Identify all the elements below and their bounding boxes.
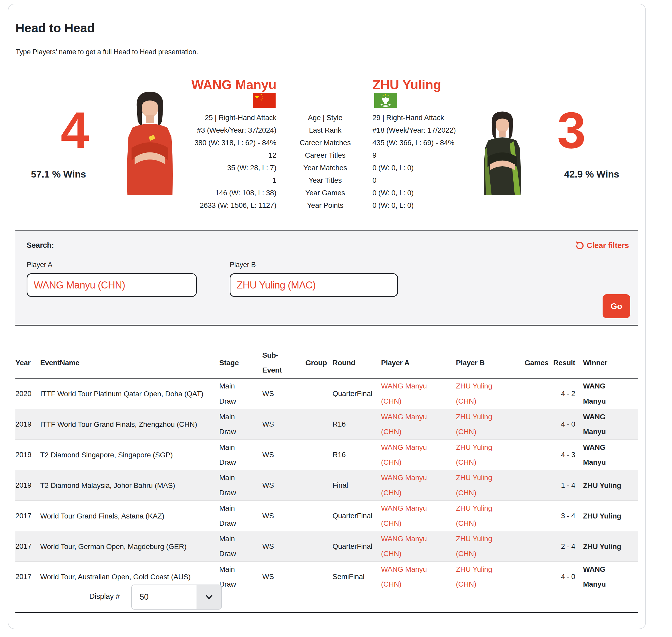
cell-eventname: ITTF World Tour Grand Finals, Zhengzhou … [40,417,197,432]
cell-year: 2019 [15,417,40,432]
player-a-link[interactable]: WANG Manyu (CHN) [381,440,431,470]
player-b-link[interactable]: ZHU Yuling (CHN) [456,470,505,500]
cell-result: 1 - 4 [553,478,583,493]
page-title: Head to Head [15,21,95,35]
cell-stage: Main Draw [219,440,242,470]
player-a-link[interactable]: WANG Manyu (CHN) [381,470,431,500]
cell-eventname: World Tour, Australian Open, Gold Coast … [40,569,190,584]
cell-result: 4 - 0 [553,417,583,432]
cell-round: QuarterFinal [333,508,381,523]
cell-round: QuarterFinal [333,539,381,554]
player-b-link[interactable]: ZHU Yuling (CHN) [456,410,505,439]
cell-sub-event: WS [262,478,305,493]
search-label: Search: [26,241,54,250]
cell-sub-event: WS [262,386,305,401]
table-header-row: Year EventName Stage Sub-Event Group Rou… [15,348,638,379]
player-b-link[interactable]: ZHU Yuling (CHN) [456,440,505,470]
player-b-link[interactable]: ZHU Yuling (CHN) [456,562,505,592]
player-b-link[interactable]: ZHU Yuling (CHN) [456,379,505,408]
results-table: Year EventName Stage Sub-Event Group Rou… [15,348,638,592]
col-header-player-a: Player A [381,355,456,370]
cell-round: R16 [333,417,381,432]
player-a-h2h-wins: 4 [41,105,109,156]
cell-stage: Main Draw [219,531,242,561]
player-a-win-pct: 57.1 % Wins [15,169,101,180]
display-count-value: 50 [132,593,197,602]
player-b-h2h-wins: 3 [545,105,598,156]
cell-year: 2017 [15,539,40,554]
table-row: 2020 ITTF World Tour Platinum Qatar Open… [15,379,638,409]
cell-year: 2019 [15,478,40,493]
cell-stage: Main Draw [219,379,242,408]
cell-result: 4 - 3 [553,447,583,462]
cell-sub-event: WS [262,417,305,432]
cell-eventname: ITTF World Tour Platinum Qatar Open, Doh… [40,386,203,401]
chevron-down-icon [197,585,221,609]
player-b-photo [478,95,527,195]
player-b-win-pct: 42.9 % Wins [548,169,635,180]
cell-year: 2019 [15,447,40,462]
col-header-winner: Winner [583,355,638,370]
cell-eventname: T2 Diamond Singapore, Singapore (SGP) [40,448,173,462]
table-row: 2019 T2 Diamond Malaysia, Johor Bahru (M… [15,470,638,500]
cell-result: 3 - 4 [553,508,583,523]
cell-eventname: T2 Diamond Malaysia, Johor Bahru (MAS) [40,478,175,493]
page-subtitle: Type Players’ name to get a full Head to… [16,48,198,56]
cell-stage: Main Draw [219,410,242,439]
player-a-search-input[interactable] [26,273,197,297]
player-a-input-label: Player A [26,261,53,269]
player-a-name: WANG Manyu [157,78,276,91]
player-a-link[interactable]: WANG Manyu (CHN) [381,379,431,408]
clear-filters-link[interactable]: Clear filters [575,241,629,250]
cell-stage: Main Draw [219,470,242,500]
cell-year: 2017 [15,508,40,523]
player-a-link[interactable]: WANG Manyu (CHN) [381,531,431,561]
player-b-name: ZHU Yuling [372,78,492,91]
player-a-link[interactable]: WANG Manyu (CHN) [381,501,431,531]
col-header-player-b: Player B [456,355,525,370]
cell-result: 2 - 4 [553,539,583,554]
player-a-link[interactable]: WANG Manyu (CHN) [381,562,431,592]
cell-result: 4 - 2 [553,386,583,401]
cell-winner: ZHU Yuling [583,478,621,493]
cell-winner: ZHU Yuling [583,509,621,524]
cell-winner: WANG Manyu [583,379,627,408]
cell-eventname: World Tour, German Open, Magdeburg (GER) [40,539,187,554]
player-a-link[interactable]: WANG Manyu (CHN) [381,410,431,439]
cell-round: SemiFinal [333,569,381,584]
cell-winner: ZHU Yuling [583,539,621,554]
macau-flag-icon [374,93,397,108]
player-b-link[interactable]: ZHU Yuling (CHN) [456,501,505,531]
cell-stage: Main Draw [219,501,242,531]
display-count-label: Display # [89,592,120,601]
col-header-games: Games [525,355,553,370]
player-b-search-input[interactable] [230,273,398,297]
cell-result: 4 - 0 [553,569,583,584]
col-header-group: Group [305,355,333,370]
col-header-year: Year [15,355,40,370]
cell-round: Final [333,478,381,493]
player-a-stats: 25 | Right-Hand Attack #3 (Week/Year: 37… [157,111,276,212]
player-b-stats: 29 | Right-Hand Attack #18 (Week/Year: 1… [372,111,492,212]
player-b-link[interactable]: ZHU Yuling (CHN) [456,531,505,561]
cell-winner: WANG Manyu [583,410,627,439]
cell-sub-event: WS [262,508,305,523]
player-b-input-label: Player B [230,261,256,269]
cell-eventname: World Tour Grand Finals, Astana (KAZ) [40,509,164,524]
go-button[interactable]: Go [602,294,630,318]
col-header-round: Round [333,355,381,370]
cell-stage: Main Draw [219,562,242,592]
col-header-stage: Stage [219,355,262,370]
cell-year: 2020 [15,386,40,401]
cell-round: QuarterFinal [333,386,381,401]
col-header-eventname: EventName [40,355,219,370]
table-row: 2019 ITTF World Tour Grand Finals, Zheng… [15,409,638,439]
comparison-stat-labels: Age | Style Last Rank Career Matches Car… [295,111,355,212]
table-row: 2017 World Tour Grand Finals, Astana (KA… [15,500,638,531]
col-header-result: Result [553,355,583,370]
table-row: 2019 T2 Diamond Singapore, Singapore (SG… [15,439,638,470]
china-flag-icon [253,93,276,108]
table-row: 2017 World Tour, German Open, Magdeburg … [15,531,638,561]
display-count-select[interactable]: 50 [131,584,222,609]
cell-winner: WANG Manyu [583,562,627,592]
